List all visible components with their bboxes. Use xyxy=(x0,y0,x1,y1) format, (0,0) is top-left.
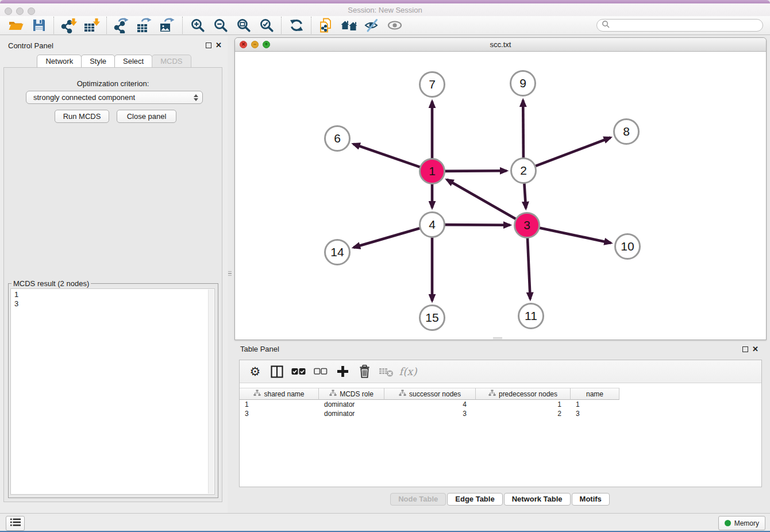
zoom-fit-button[interactable] xyxy=(232,17,255,34)
tab-mcds[interactable]: MCDS xyxy=(152,55,191,68)
cell[interactable]: dominator xyxy=(319,410,384,418)
toolbar-separator xyxy=(53,17,55,34)
svg-text:2: 2 xyxy=(520,164,527,177)
hide-selected-button[interactable] xyxy=(361,17,384,34)
tab-node-table[interactable]: Node Table xyxy=(390,493,446,506)
cell[interactable]: 1 xyxy=(476,400,571,408)
column-header-name[interactable]: name xyxy=(571,388,619,400)
first-neighbors-button[interactable] xyxy=(338,17,361,34)
graph-node-1[interactable]: 1 xyxy=(420,159,445,184)
graph-node-15[interactable]: 15 xyxy=(420,306,445,330)
export-table-button[interactable] xyxy=(133,17,156,34)
column-header-predecessor-nodes[interactable]: predecessor nodes xyxy=(476,388,571,400)
run-mcds-button[interactable]: Run MCDS xyxy=(55,110,109,123)
graph-edge-1-2[interactable] xyxy=(444,171,507,171)
add-row-button[interactable] xyxy=(332,363,353,381)
show-all-button xyxy=(384,17,407,34)
import-table-button[interactable] xyxy=(80,17,103,34)
show-columns-button[interactable] xyxy=(266,363,288,381)
zoom-in-button[interactable] xyxy=(186,17,209,34)
delete-row-button[interactable] xyxy=(353,363,375,381)
mcds-result-area[interactable]: 1 3 xyxy=(10,288,215,495)
graph-node-7[interactable]: 7 xyxy=(420,72,445,97)
graph-node-10[interactable]: 10 xyxy=(615,234,640,259)
column-header-MCDS-role[interactable]: MCDS role xyxy=(319,388,384,400)
graph-edge-1-6[interactable] xyxy=(353,144,421,168)
tab-edge-table[interactable]: Edge Table xyxy=(447,493,502,506)
cell[interactable]: 3 xyxy=(240,410,319,418)
graph-node-2[interactable]: 2 xyxy=(511,159,536,183)
cell[interactable]: 1 xyxy=(240,400,319,408)
control-panel: Control Panel ✕ NetworkStyleSelectMCDS O… xyxy=(0,36,228,513)
network-window-titlebar[interactable]: ✕ − + scc.txt xyxy=(235,38,766,52)
svg-text:11: 11 xyxy=(525,309,537,322)
graph-node-11[interactable]: 11 xyxy=(519,304,544,329)
graph-edge-3-11[interactable] xyxy=(528,237,530,299)
float-panel-icon[interactable] xyxy=(206,43,211,48)
cell[interactable]: dominator xyxy=(319,400,384,408)
splitter-grip[interactable] xyxy=(227,268,232,279)
tab-network-table[interactable]: Network Table xyxy=(504,493,571,506)
close-table-panel-icon[interactable]: ✕ xyxy=(752,345,759,353)
graph-node-3[interactable]: 3 xyxy=(515,213,540,238)
save-session-button[interactable] xyxy=(28,17,51,34)
result-scrollbar[interactable] xyxy=(208,290,214,494)
graph-node-6[interactable]: 6 xyxy=(325,126,350,151)
task-history-button[interactable] xyxy=(6,516,25,531)
column-header-successor-nodes[interactable]: successor nodes xyxy=(384,388,476,400)
refresh-button[interactable] xyxy=(285,17,308,34)
graph-node-4[interactable]: 4 xyxy=(420,213,445,237)
tab-style[interactable]: Style xyxy=(81,55,115,68)
open-file-button[interactable] xyxy=(5,17,28,34)
memory-button[interactable]: Memory xyxy=(718,516,765,530)
cell[interactable]: 2 xyxy=(476,410,571,418)
close-panel-icon[interactable]: ✕ xyxy=(215,41,222,49)
control-panel-title: Control Panel xyxy=(8,41,53,50)
search-box[interactable] xyxy=(596,19,763,32)
node-table: ⚙f(x) shared nameMCDS rolesuccessor node… xyxy=(239,360,762,487)
toolbar-separator xyxy=(182,17,183,34)
graph-edge-2-3[interactable] xyxy=(524,183,526,209)
tab-network[interactable]: Network xyxy=(37,55,82,68)
deselect-all-button[interactable] xyxy=(310,363,332,381)
tab-select[interactable]: Select xyxy=(114,55,152,68)
graph-edge-2-9[interactable] xyxy=(523,101,523,159)
graph-edge-3-1[interactable] xyxy=(447,180,517,219)
graph-edge-3-10[interactable] xyxy=(538,228,611,243)
select-all-button[interactable] xyxy=(288,363,310,381)
import-network-button[interactable] xyxy=(57,17,80,34)
graph-node-8[interactable]: 8 xyxy=(614,119,639,144)
status-bar: Memory xyxy=(0,513,770,532)
network-resize-grip[interactable] xyxy=(493,337,502,340)
graph-node-9[interactable]: 9 xyxy=(511,71,536,96)
export-network-button[interactable] xyxy=(110,17,133,34)
tab-motifs[interactable]: Motifs xyxy=(572,493,610,506)
table-row[interactable]: 3dominator323 xyxy=(240,409,761,418)
column-header-shared-name[interactable]: shared name xyxy=(240,388,319,400)
close-panel-button[interactable]: Close panel xyxy=(117,110,176,123)
cell[interactable]: 4 xyxy=(384,400,476,408)
settings-button[interactable]: ⚙ xyxy=(244,363,266,381)
svg-text:4: 4 xyxy=(429,218,436,231)
cell[interactable]: 3 xyxy=(571,410,619,418)
criterion-select[interactable]: strongly connected component xyxy=(26,91,203,104)
search-input[interactable] xyxy=(613,21,763,30)
titlebar: Session: New Session xyxy=(0,3,770,16)
svg-text:9: 9 xyxy=(519,76,526,90)
table-row[interactable]: 1dominator411 xyxy=(240,400,761,409)
cell[interactable]: 1 xyxy=(571,400,619,408)
function-builder-button: f(x) xyxy=(397,363,419,381)
export-image-button[interactable] xyxy=(156,17,179,34)
graph-node-14[interactable]: 14 xyxy=(325,240,350,265)
graph-edge-4-3[interactable] xyxy=(444,225,510,225)
graph-edge-2-8[interactable] xyxy=(534,138,610,167)
list-icon xyxy=(10,518,21,529)
cell[interactable]: 3 xyxy=(384,410,476,418)
graph-edge-4-14[interactable] xyxy=(353,228,421,248)
select-stepper-icon xyxy=(194,94,198,101)
network-graph[interactable]: 7968124314101511 xyxy=(236,51,767,342)
zoom-out-button[interactable] xyxy=(209,17,232,34)
duplicate-network-button[interactable] xyxy=(315,17,338,34)
zoom-selected-button[interactable] xyxy=(255,17,278,34)
float-table-panel-icon[interactable] xyxy=(742,346,748,352)
